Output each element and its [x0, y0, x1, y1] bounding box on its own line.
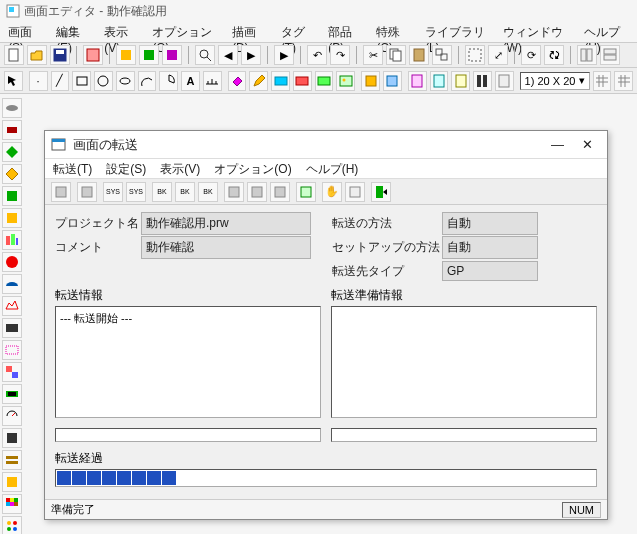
side-12-icon[interactable]	[2, 340, 22, 360]
close-button[interactable]: ✕	[582, 137, 593, 152]
save-icon[interactable]	[50, 45, 70, 65]
side-19-icon[interactable]	[2, 494, 22, 514]
dlg-tbtn-bk3-icon[interactable]: BK	[198, 182, 218, 202]
line-icon[interactable]: ╱	[51, 71, 70, 91]
text-icon[interactable]: A	[181, 71, 200, 91]
menu-tag[interactable]: タグ(T)	[281, 24, 315, 40]
side-1-icon[interactable]	[2, 98, 22, 118]
side-2-icon[interactable]	[2, 120, 22, 140]
dlg-tbtn-6-icon[interactable]	[296, 182, 316, 202]
lib-4-icon[interactable]	[473, 71, 492, 91]
color-3-icon[interactable]	[162, 45, 182, 65]
menu-draw[interactable]: 描画(D)	[232, 24, 267, 40]
side-10-icon[interactable]	[2, 296, 22, 316]
side-3-icon[interactable]	[2, 142, 22, 162]
menu-option[interactable]: オプション(O)	[152, 24, 218, 40]
dlg-tbtn-5-icon[interactable]	[270, 182, 290, 202]
dlg-tbtn-bk1-icon[interactable]: BK	[152, 182, 172, 202]
dmenu-settings[interactable]: 設定(S)	[106, 161, 146, 176]
dlg-tbtn-hand-icon[interactable]: ✋	[322, 182, 342, 202]
dlg-tbtn-4-icon[interactable]	[247, 182, 267, 202]
parts-a-icon[interactable]	[361, 71, 380, 91]
tag-b-icon[interactable]	[293, 71, 312, 91]
copy-icon[interactable]	[386, 45, 406, 65]
side-13-icon[interactable]	[2, 362, 22, 382]
side-11-icon[interactable]	[2, 318, 22, 338]
open-icon[interactable]	[27, 45, 47, 65]
lib-5-icon[interactable]	[495, 71, 514, 91]
side-9-icon[interactable]	[2, 274, 22, 294]
pie-icon[interactable]	[159, 71, 178, 91]
play-icon[interactable]: ▶	[274, 45, 294, 65]
lib-2-icon[interactable]	[430, 71, 449, 91]
color-2-icon[interactable]	[139, 45, 159, 65]
menu-parts[interactable]: 部品(P)	[328, 24, 362, 40]
side-4-icon[interactable]	[2, 164, 22, 184]
dlg-tbtn-3-icon[interactable]	[224, 182, 244, 202]
rect-icon[interactable]	[72, 71, 91, 91]
redo-icon[interactable]: ↷	[330, 45, 350, 65]
parts-b-icon[interactable]	[383, 71, 402, 91]
dmenu-transfer[interactable]: 転送(T)	[53, 161, 92, 176]
paste-icon[interactable]	[409, 45, 429, 65]
dlg-tbtn-exit-icon[interactable]	[371, 182, 391, 202]
dlg-tbtn-sys1-icon[interactable]: SYS	[103, 182, 123, 202]
rotate-icon[interactable]: ⟳	[521, 45, 541, 65]
dmenu-help[interactable]: ヘルプ(H)	[306, 161, 359, 176]
duplicate-icon[interactable]	[432, 45, 452, 65]
side-7-icon[interactable]	[2, 230, 22, 250]
dlg-tbtn-1-icon[interactable]	[51, 182, 71, 202]
lib-3-icon[interactable]	[451, 71, 470, 91]
menu-screen[interactable]: 画面(S)	[8, 24, 42, 40]
color-1-icon[interactable]	[116, 45, 136, 65]
side-16-icon[interactable]	[2, 428, 22, 448]
zoom-icon[interactable]	[195, 45, 215, 65]
tag-c-icon[interactable]	[315, 71, 334, 91]
undo-icon[interactable]: ↶	[307, 45, 327, 65]
side-18-icon[interactable]	[2, 472, 22, 492]
menu-view[interactable]: 表示(V)	[104, 24, 138, 40]
side-15-icon[interactable]	[2, 406, 22, 426]
dlg-tbtn-sys2-icon[interactable]: SYS	[126, 182, 146, 202]
arc-icon[interactable]	[138, 71, 157, 91]
fit-icon[interactable]	[465, 45, 485, 65]
screen-list-icon[interactable]	[83, 45, 103, 65]
side-20-icon[interactable]	[2, 516, 22, 534]
menu-library[interactable]: ライブラリ(L)	[425, 24, 489, 40]
dmenu-option[interactable]: オプション(O)	[214, 161, 291, 176]
dmenu-view[interactable]: 表示(V)	[160, 161, 200, 176]
zoom-combo[interactable]: 1) 20 X 20▾	[520, 72, 590, 90]
cut-icon[interactable]: ✂	[363, 45, 383, 65]
side-14-icon[interactable]	[2, 384, 22, 404]
dlg-tbtn-7-icon[interactable]	[345, 182, 365, 202]
grid-a-icon[interactable]	[577, 45, 597, 65]
pencil-icon[interactable]	[249, 71, 268, 91]
ellipse-icon[interactable]	[116, 71, 135, 91]
dlg-tbtn-bk2-icon[interactable]: BK	[175, 182, 195, 202]
dot-icon[interactable]: ·	[29, 71, 48, 91]
refresh-icon[interactable]: 🗘	[544, 45, 564, 65]
grid-b-icon[interactable]	[600, 45, 620, 65]
zoom-right-icon[interactable]: ▶	[241, 45, 261, 65]
image-icon[interactable]	[336, 71, 355, 91]
zoom-left-icon[interactable]: ◀	[218, 45, 238, 65]
menu-special[interactable]: 特殊(C)	[376, 24, 411, 40]
menu-help[interactable]: ヘルプ(H)	[584, 24, 629, 40]
scale-tool-icon[interactable]	[203, 71, 222, 91]
menu-edit[interactable]: 編集(E)	[56, 24, 90, 40]
dlg-tbtn-2-icon[interactable]	[77, 182, 97, 202]
scale-icon[interactable]: ⤢	[488, 45, 508, 65]
side-5-icon[interactable]	[2, 186, 22, 206]
side-6-icon[interactable]	[2, 208, 22, 228]
minimize-button[interactable]: —	[551, 137, 564, 152]
tag-a-icon[interactable]	[271, 71, 290, 91]
pointer-icon[interactable]	[4, 71, 23, 91]
side-8-icon[interactable]	[2, 252, 22, 272]
fill-icon[interactable]	[228, 71, 247, 91]
menu-window[interactable]: ウィンドウ(W)	[503, 24, 571, 40]
circle-icon[interactable]	[94, 71, 113, 91]
new-icon[interactable]	[4, 45, 24, 65]
side-17-icon[interactable]	[2, 450, 22, 470]
grid-2-icon[interactable]	[614, 71, 633, 91]
lib-1-icon[interactable]	[408, 71, 427, 91]
